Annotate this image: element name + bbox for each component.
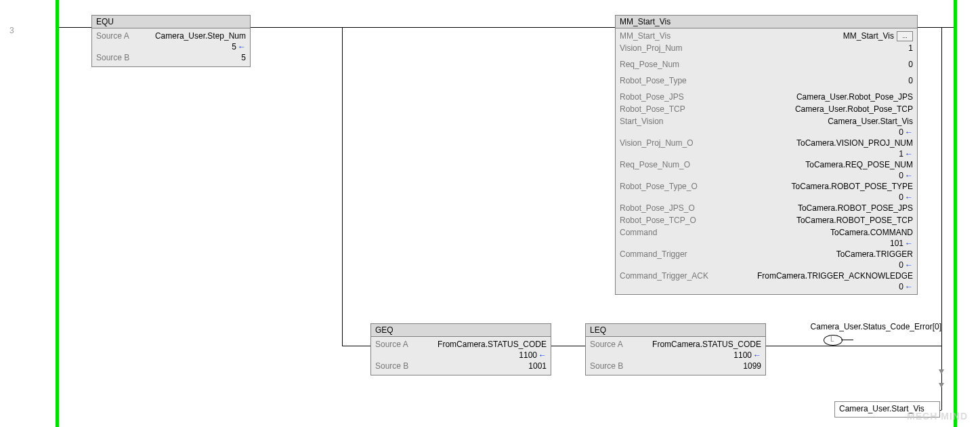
param-value[interactable]: FromCamera.TRIGGER_ACKNOWLEDGE	[714, 270, 913, 281]
instruction-geq[interactable]: GEQ Source A FromCamera.STATUS_CODE 1100…	[370, 323, 551, 375]
watermark: MECH MIND	[907, 411, 968, 422]
branch-arrow-icon	[939, 383, 944, 388]
data-arrow-icon: ←	[903, 239, 913, 248]
param-label: Source B	[96, 52, 135, 63]
block-title: EQU	[92, 16, 250, 28]
param-label: Command_Trigger	[620, 249, 693, 260]
param-value[interactable]: Camera_User.Robot_Pose_JPS	[689, 92, 913, 102]
param-value[interactable]: ToCamera.ROBOT_POSE_JPS	[700, 203, 913, 214]
live-value: 0	[899, 282, 903, 291]
wire	[550, 346, 585, 346]
block-title: LEQ	[586, 324, 765, 337]
instruction-equ[interactable]: EQU Source A Camera_User.Step_Num 5← Sou…	[91, 15, 251, 67]
param-label: Robot_Pose_TCP_O	[620, 215, 702, 226]
instruction-mm-start-vis[interactable]: MM_Start_Vis MM_Start_VisMM_Start_Vis...…	[615, 15, 918, 295]
param-label: Source A	[96, 30, 135, 41]
power-rail-right	[954, 0, 957, 427]
param-value[interactable]: 5	[135, 52, 246, 63]
param-value[interactable]: 1099	[629, 361, 761, 371]
param-value[interactable]: MM_Start_Vis...	[676, 30, 913, 41]
wire	[764, 346, 853, 346]
live-value: 1	[899, 149, 903, 159]
param-label: Source B	[590, 361, 629, 371]
wire	[249, 27, 615, 28]
param-label: Robot_Pose_TCP	[620, 104, 691, 115]
wire	[853, 346, 941, 346]
wire	[342, 27, 343, 346]
param-value[interactable]: ToCamera.COMMAND	[662, 227, 913, 238]
wire	[342, 346, 370, 346]
param-label: Command	[620, 227, 662, 238]
ladder-canvas: 3 EQU Source A Camera_User.Step_Num 5← S…	[0, 0, 980, 427]
param-value[interactable]: ToCamera.TRIGGER	[693, 249, 913, 260]
param-label: Source A	[590, 339, 629, 350]
param-value[interactable]: 0	[692, 75, 913, 86]
power-rail-left	[56, 0, 59, 427]
block-title: GEQ	[371, 324, 551, 337]
param-value[interactable]: Camera_User.Step_Num	[135, 30, 246, 41]
data-arrow-icon: ←	[537, 350, 547, 360]
param-value[interactable]: ToCamera.VISION_PROJ_NUM	[699, 138, 914, 148]
live-value: 0	[899, 127, 903, 137]
rung-number: 3	[9, 26, 14, 35]
data-arrow-icon: ←	[903, 260, 913, 270]
browse-button[interactable]: ...	[897, 31, 913, 41]
wire	[841, 340, 853, 340]
wire	[59, 27, 91, 28]
param-label: Vision_Proj_Num_O	[620, 138, 699, 148]
block-title: MM_Start_Vis	[616, 16, 917, 28]
data-arrow-icon: ←	[236, 42, 246, 52]
param-label: Robot_Pose_Type_O	[620, 181, 703, 192]
param-label: MM_Start_Vis	[620, 30, 676, 41]
coil-letter: L	[830, 336, 834, 343]
param-label: Vision_Proj_Num	[620, 43, 688, 54]
data-arrow-icon: ←	[903, 282, 913, 291]
param-value[interactable]: 1	[688, 43, 914, 54]
data-arrow-icon: ←	[903, 149, 913, 159]
wire	[916, 27, 954, 28]
param-value[interactable]: 1001	[414, 361, 547, 371]
live-value: 0	[899, 192, 903, 202]
param-value[interactable]: ToCamera.ROBOT_POSE_TCP	[702, 215, 913, 226]
param-label: Source A	[375, 339, 414, 350]
live-value: 1100	[733, 350, 752, 360]
param-value[interactable]: FromCamera.STATUS_CODE	[629, 339, 761, 350]
param-value[interactable]: 0	[685, 59, 913, 70]
data-arrow-icon: ←	[752, 350, 761, 360]
param-value[interactable]: Camera_User.Start_Vis	[668, 116, 913, 127]
live-value: 0	[899, 171, 903, 180]
param-label: Command_Trigger_ACK	[620, 270, 714, 281]
param-label: Robot_Pose_Type	[620, 75, 692, 86]
live-value: 1100	[519, 350, 537, 360]
data-arrow-icon: ←	[903, 192, 913, 202]
instruction-leq[interactable]: LEQ Source A FromCamera.STATUS_CODE 1100…	[585, 323, 766, 375]
param-value[interactable]: FromCamera.STATUS_CODE	[414, 339, 547, 350]
param-label: Source B	[375, 361, 414, 371]
param-label: Req_Pose_Num	[620, 59, 685, 70]
param-label: Start_Vision	[620, 116, 668, 127]
param-label: Robot_Pose_JPS_O	[620, 203, 700, 214]
param-label: Robot_Pose_JPS	[620, 92, 689, 102]
coil-tag[interactable]: Camera_User.Status_Code_Error[0]	[789, 322, 941, 331]
param-value[interactable]: ToCamera.REQ_POSE_NUM	[696, 159, 913, 170]
live-value: 0	[899, 260, 903, 270]
live-value: 101	[890, 239, 903, 248]
wire	[941, 27, 942, 410]
data-arrow-icon: ←	[903, 127, 913, 137]
param-value[interactable]: ToCamera.ROBOT_POSE_TYPE	[703, 181, 913, 192]
branch-arrow-icon	[939, 369, 944, 374]
param-label: Req_Pose_Num_O	[620, 159, 696, 170]
live-value: 5	[232, 42, 236, 52]
data-arrow-icon: ←	[903, 171, 913, 180]
param-value[interactable]: Camera_User.Robot_Pose_TCP	[691, 104, 913, 115]
